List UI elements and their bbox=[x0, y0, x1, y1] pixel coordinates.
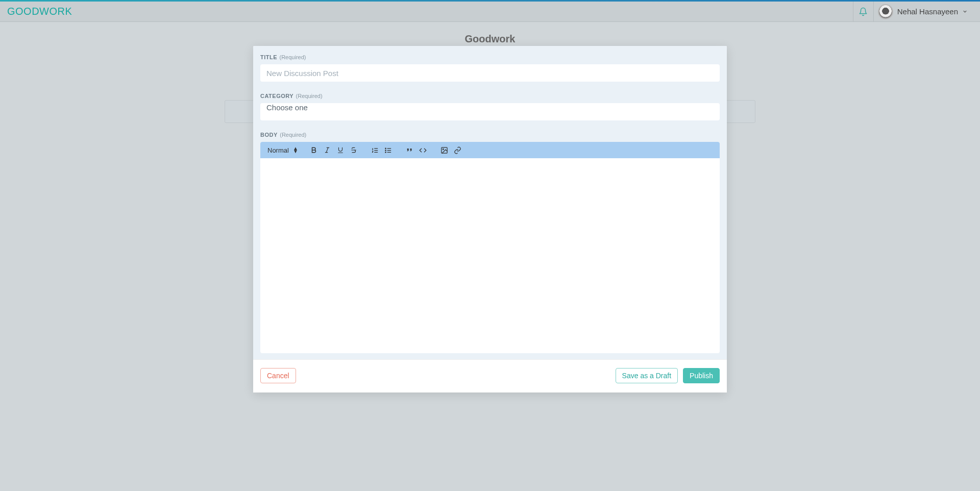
code-block-button[interactable] bbox=[418, 144, 429, 156]
title-field: TITLE (Required) bbox=[260, 52, 720, 82]
body-label: BODY bbox=[260, 132, 278, 138]
heading-select[interactable]: Normal bbox=[265, 145, 301, 156]
avatar bbox=[878, 4, 893, 19]
brand-logo[interactable]: GOODWORK bbox=[7, 6, 72, 17]
link-icon bbox=[454, 146, 461, 154]
quote-icon bbox=[406, 146, 413, 154]
bullet-list-button[interactable] bbox=[383, 144, 394, 156]
underline-button[interactable] bbox=[335, 144, 346, 156]
chevron-down-icon bbox=[962, 9, 968, 14]
ordered-list-icon bbox=[371, 146, 379, 154]
code-icon bbox=[419, 146, 427, 154]
bell-icon bbox=[859, 7, 868, 16]
user-menu[interactable]: Nehal Hasnayeen bbox=[873, 2, 973, 22]
editor-toolbar: Normal ▲▼ bbox=[260, 142, 720, 158]
svg-line-2 bbox=[326, 148, 328, 152]
body-field: BODY (Required) Normal ▲▼ bbox=[260, 130, 720, 353]
modal-body: TITLE (Required) CATEGORY (Required) Cho… bbox=[253, 46, 727, 359]
save-draft-button[interactable]: Save as a Draft bbox=[616, 368, 678, 383]
strikethrough-icon bbox=[350, 146, 357, 154]
ordered-list-button[interactable] bbox=[370, 144, 381, 156]
bullet-list-icon bbox=[384, 146, 392, 154]
user-name: Nehal Hasnayeen bbox=[897, 7, 958, 16]
image-icon bbox=[440, 146, 448, 154]
svg-point-12 bbox=[385, 150, 386, 151]
title-label: TITLE bbox=[260, 54, 277, 60]
italic-button[interactable] bbox=[322, 144, 333, 156]
heading-select-wrap[interactable]: Normal ▲▼ bbox=[265, 145, 298, 156]
bold-button[interactable] bbox=[308, 144, 320, 156]
bold-icon bbox=[310, 146, 317, 154]
modal-footer: Cancel Save as a Draft Publish bbox=[253, 359, 727, 392]
svg-point-13 bbox=[385, 152, 386, 153]
category-required-hint: (Required) bbox=[296, 93, 323, 99]
link-button[interactable] bbox=[452, 144, 463, 156]
italic-icon bbox=[324, 146, 331, 154]
rich-text-editor: Normal ▲▼ bbox=[260, 142, 720, 353]
svg-point-15 bbox=[443, 149, 444, 150]
body-textarea[interactable] bbox=[260, 158, 720, 351]
new-discussion-modal: TITLE (Required) CATEGORY (Required) Cho… bbox=[253, 46, 727, 392]
blockquote-button[interactable] bbox=[404, 144, 415, 156]
image-button[interactable] bbox=[439, 144, 450, 156]
navbar: GOODWORK Nehal Hasnayeen bbox=[0, 2, 980, 22]
publish-button[interactable]: Publish bbox=[683, 368, 720, 383]
strikethrough-button[interactable] bbox=[348, 144, 359, 156]
category-label: CATEGORY bbox=[260, 93, 293, 99]
category-select[interactable]: Choose one bbox=[260, 103, 720, 120]
category-field: CATEGORY (Required) Choose one bbox=[260, 91, 720, 120]
notifications-button[interactable] bbox=[853, 2, 873, 22]
svg-point-11 bbox=[385, 148, 386, 149]
page-title: Goodwork bbox=[465, 33, 516, 45]
cancel-button[interactable]: Cancel bbox=[260, 368, 296, 383]
underline-icon bbox=[337, 146, 344, 154]
title-required-hint: (Required) bbox=[280, 54, 306, 60]
title-input[interactable] bbox=[260, 64, 720, 82]
body-required-hint: (Required) bbox=[280, 132, 306, 138]
